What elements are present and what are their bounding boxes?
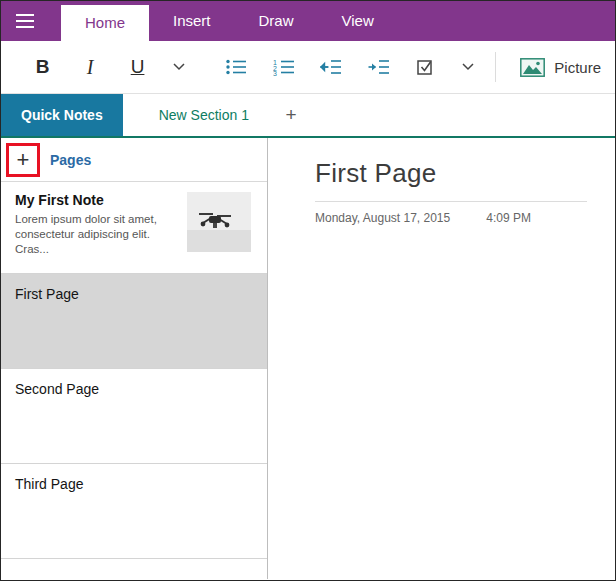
section-tab-bar: Quick Notes New Section 1 + [1, 94, 615, 138]
pages-header-label: Pages [50, 152, 91, 168]
ribbon-tab-bar: Home Insert Draw View [1, 1, 615, 41]
underline-button[interactable]: U [114, 46, 161, 88]
insert-picture-button[interactable]: Picture [506, 46, 615, 88]
font-options-expand-button[interactable] [161, 46, 197, 88]
decrease-indent-icon [320, 58, 342, 76]
note-page-title[interactable]: First Page [315, 158, 615, 189]
hamburger-menu-button[interactable] [1, 1, 49, 41]
chevron-down-icon [173, 63, 185, 71]
decrease-indent-button[interactable] [307, 46, 354, 88]
page-item-third-page[interactable]: Third Page [1, 464, 267, 559]
bold-button[interactable]: B [19, 46, 66, 88]
ribbon-tab-draw[interactable]: Draw [235, 1, 318, 41]
page-item-title: Second Page [15, 381, 255, 397]
svg-text:3: 3 [273, 70, 277, 76]
page-item-text: My First Note Lorem ipsum dolor sit amet… [15, 192, 165, 273]
content-area: + Pages My First Note Lorem ipsum dolor … [1, 138, 615, 579]
pages-sidebar: + Pages My First Note Lorem ipsum dolor … [1, 138, 268, 579]
numbered-list-button[interactable]: 1 2 3 [260, 46, 307, 88]
section-tab-quick-notes[interactable]: Quick Notes [1, 94, 123, 136]
page-item-title: My First Note [15, 192, 165, 208]
ribbon-tabs: Home Insert Draw View [61, 1, 398, 41]
italic-button[interactable]: I [66, 46, 113, 88]
highlight-box: + [6, 143, 40, 177]
title-underline [315, 201, 587, 202]
page-item-my-first-note[interactable]: My First Note Lorem ipsum dolor sit amet… [1, 182, 267, 274]
toolbar-divider [495, 52, 496, 82]
todo-tag-button[interactable] [402, 46, 449, 88]
add-page-button[interactable]: + [9, 146, 37, 174]
section-tab-new-section-1[interactable]: New Section 1 [139, 94, 269, 136]
page-thumbnail [187, 192, 251, 252]
increase-indent-icon [368, 58, 390, 76]
drone-photo-thumbnail [187, 192, 251, 252]
bullet-list-button[interactable] [213, 46, 260, 88]
page-item-title: Third Page [15, 476, 255, 492]
paragraph-options-expand-button[interactable] [450, 46, 486, 88]
page-list: My First Note Lorem ipsum dolor sit amet… [1, 182, 267, 579]
note-time: 4:09 PM [486, 211, 531, 225]
pages-header: + Pages [1, 138, 267, 182]
chevron-down-icon [462, 63, 474, 71]
numbered-list-icon: 1 2 3 [273, 58, 295, 76]
page-item-title: First Page [15, 286, 255, 302]
onenote-window: Home Insert Draw View B I U 1 2 [0, 0, 616, 581]
ribbon-tab-view[interactable]: View [318, 1, 398, 41]
bullet-list-icon [225, 58, 247, 76]
note-date: Monday, August 17, 2015 [315, 211, 450, 225]
ribbon-tab-home[interactable]: Home [61, 5, 149, 41]
page-item-second-page[interactable]: Second Page [1, 369, 267, 464]
page-item-preview: Lorem ipsum dolor sit amet, consectetur … [15, 212, 165, 257]
add-section-button[interactable]: + [269, 94, 313, 136]
hamburger-icon [16, 14, 34, 16]
note-metadata: Monday, August 17, 2015 4:09 PM [315, 211, 615, 225]
picture-icon [520, 58, 545, 77]
todo-checkbox-icon [416, 58, 436, 76]
formatting-toolbar: B I U 1 2 3 [1, 41, 615, 94]
increase-indent-button[interactable] [355, 46, 402, 88]
ribbon-tab-insert[interactable]: Insert [149, 1, 235, 41]
note-editor[interactable]: First Page Monday, August 17, 2015 4:09 … [268, 138, 615, 579]
page-item-first-page[interactable]: First Page [1, 274, 267, 369]
picture-button-label: Picture [554, 59, 601, 76]
